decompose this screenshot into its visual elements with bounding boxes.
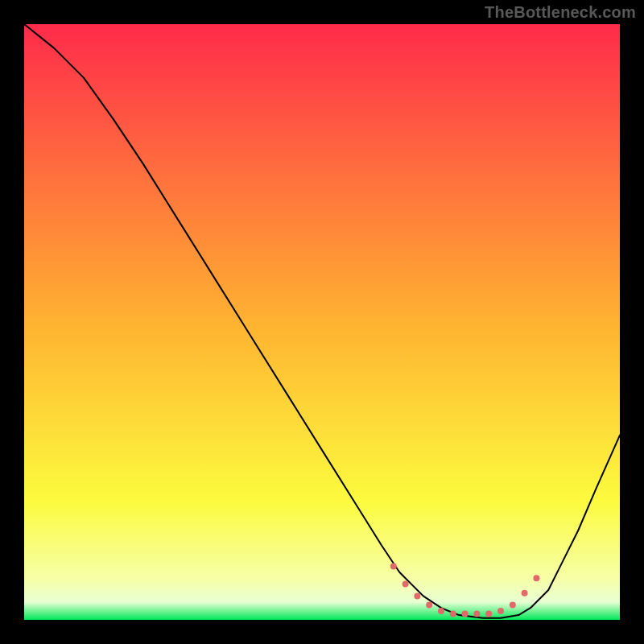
svg-point-0 [390, 563, 397, 569]
svg-point-4 [438, 608, 444, 614]
svg-point-7 [473, 611, 480, 617]
svg-point-5 [450, 611, 456, 617]
svg-point-3 [426, 602, 432, 609]
chart-container: TheBottleneck.com [0, 0, 644, 644]
svg-point-2 [414, 592, 420, 599]
svg-point-8 [485, 611, 492, 617]
svg-point-10 [510, 602, 516, 609]
svg-point-1 [402, 581, 409, 588]
svg-point-9 [497, 608, 504, 614]
chart-svg [24, 24, 620, 620]
watermark-text: TheBottleneck.com [485, 3, 636, 22]
svg-point-11 [522, 590, 528, 597]
svg-point-6 [462, 611, 469, 617]
gradient-background [24, 24, 620, 620]
plot-area [24, 24, 620, 620]
svg-point-12 [533, 575, 539, 581]
